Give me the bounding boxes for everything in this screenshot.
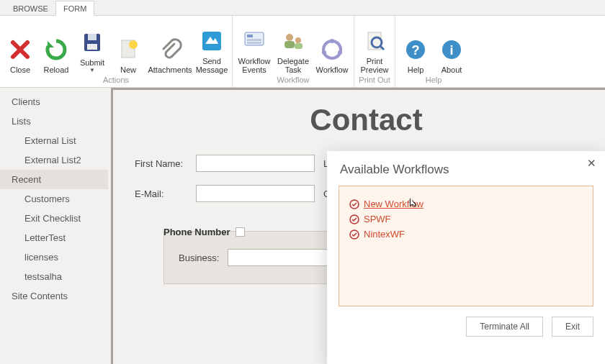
svg-rect-9 [247,42,261,44]
sidebar-item-licenses[interactable]: licenses [0,247,108,267]
group-workflow-label: Workflow [236,74,351,86]
svg-text:?: ? [412,43,420,58]
workflow-list: New Workflow SPWF NintexWF [339,186,593,306]
exit-button[interactable]: Exit [552,317,593,337]
attachments-label: Attachments [148,65,192,74]
help-icon: ? [403,37,429,63]
svg-rect-7 [247,35,253,37]
about-label: About [442,65,462,74]
workflow-events-label: Workflow Events [237,57,272,74]
close-button[interactable]: Close [3,34,37,74]
submit-icon [79,29,105,55]
send-message-label: Send Message [196,57,228,74]
sidebar-item-lettertest[interactable]: LetterTest [0,228,108,247]
chevron-down-icon: ▼ [89,68,95,74]
sidebar-item-customers[interactable]: Customers [0,189,108,209]
svg-rect-8 [247,39,261,41]
workflow-button[interactable]: Workflow [313,34,351,74]
sidebar-item-external-list2[interactable]: External List2 [0,150,108,170]
sidebar-item-exit-checklist[interactable]: Exit Checklist [0,209,108,228]
phone-checkbox[interactable] [236,227,245,237]
workflow-events-button[interactable]: Workflow Events [236,25,273,74]
workflow-link[interactable]: SPWF [364,214,391,224]
group-actions-label: Actions [3,74,229,86]
submit-label: Submit [80,58,104,67]
submit-button[interactable]: Submit ▼ [75,27,109,74]
svg-point-15 [330,39,334,43]
new-button[interactable]: New [111,34,145,74]
close-icon [7,37,33,63]
delegate-task-label: Delegate Task [276,57,310,74]
workflow-item-spwf[interactable]: SPWF [349,211,583,227]
print-preview-button[interactable]: Print Preview [357,25,392,74]
svg-point-16 [338,50,342,55]
print-preview-label: Print Preview [359,57,390,74]
svg-rect-1 [88,34,97,40]
ribbon: Close Reload Submit ▼ New [0,16,605,88]
page-title: Contact [113,103,605,137]
tab-form[interactable]: FORM [55,1,94,16]
new-label: New [120,65,136,74]
close-icon[interactable]: ✕ [587,157,596,170]
help-button[interactable]: ? Help [398,34,433,74]
workflow-icon [349,199,359,209]
print-preview-icon [362,28,387,54]
sidebar-item-site-contents[interactable]: Site Contents [0,286,108,306]
sidebar-item-lists[interactable]: Lists [0,112,108,131]
svg-rect-2 [87,44,97,50]
svg-point-10 [286,34,293,41]
group-print-label: Print Out [357,74,392,86]
svg-point-17 [322,50,326,55]
about-icon: i [439,37,465,63]
sidebar-item-external-list[interactable]: External List [0,131,108,150]
svg-point-12 [295,37,301,43]
send-message-button[interactable]: Send Message [194,25,229,74]
popup-title: Available Workflows [327,151,605,186]
workflow-icon [349,214,359,224]
business-label: Business: [179,252,219,263]
popup-available-workflows: ✕ Available Workflows New Workflow SPWF … [327,151,605,364]
group-help-label: Help [398,74,469,86]
tab-browse[interactable]: BROWSE [6,1,55,15]
new-icon [115,37,141,63]
workflow-item-new[interactable]: New Workflow [349,196,583,211]
first-name-field[interactable] [196,155,315,172]
workflow-icon [319,37,345,63]
reload-icon [43,37,69,63]
sidebar-item-clients[interactable]: Clients [0,92,108,112]
sidebar-item-testsalha[interactable]: testsalha [0,267,108,286]
about-button[interactable]: i About [434,34,469,74]
attachments-icon [157,37,183,63]
delegate-task-button[interactable]: Delegate Task [274,25,312,74]
sidebar: Clients Lists External List External Lis… [0,88,108,364]
reload-label: Reload [44,65,69,74]
terminate-all-button[interactable]: Terminate All [466,317,543,337]
workflow-events-icon [241,28,267,54]
first-name-label: First Name: [135,158,196,169]
workflow-label: Workflow [315,65,348,74]
svg-text:i: i [449,43,453,58]
attachments-button[interactable]: Attachments [147,34,193,74]
email-field[interactable] [196,185,315,202]
menu-bar: BROWSE FORM [0,0,605,16]
help-label: Help [408,65,424,74]
send-message-icon [199,28,225,54]
delegate-task-icon [280,28,306,54]
reload-button[interactable]: Reload [39,34,73,74]
svg-point-14 [323,41,341,58]
svg-rect-11 [284,41,295,48]
phone-legend: Phone Number [163,227,230,237]
close-label: Close [10,65,30,74]
email-label: E-Mail: [135,188,196,199]
sidebar-item-recent[interactable]: Recent [0,170,108,189]
workflow-link[interactable]: New Workflow [364,199,424,209]
svg-rect-13 [295,43,302,49]
